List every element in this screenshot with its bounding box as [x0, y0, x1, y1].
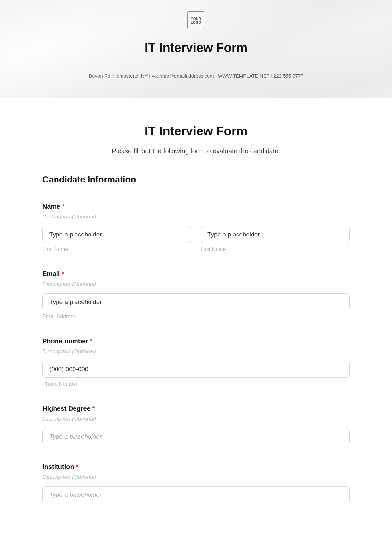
page-subtitle: Please fill out the following form to ev… [42, 148, 350, 155]
required-mark: * [62, 203, 65, 210]
email-label-text: Email [42, 270, 60, 277]
hero-banner: YOURLOGO IT Interview Form Devon Rd, Hem… [0, 0, 392, 98]
name-label-text: Name [42, 203, 60, 210]
institution-input[interactable] [42, 486, 350, 503]
degree-description: Description (Optional) [42, 416, 350, 422]
hero-contact-line: Devon Rd, Hempstead, NY | yourinfo@email… [89, 73, 303, 78]
first-name-sublabel: First Name [42, 246, 191, 252]
phone-sublabel: Phone Number [42, 381, 350, 387]
degree-label-text: Highest Degree [42, 405, 90, 412]
phone-label: Phone number * [42, 338, 350, 345]
required-mark: * [92, 405, 95, 412]
hero-title: IT Interview Form [145, 41, 248, 55]
required-mark: * [90, 338, 93, 345]
section-candidate-info: Candidate Information [42, 175, 350, 185]
email-description: Description (Optional) [42, 281, 350, 287]
logo-placeholder: YOURLOGO [187, 11, 205, 29]
institution-label: Institution * [42, 463, 350, 471]
required-mark: * [76, 463, 78, 470]
last-name-sublabel: Last Name [201, 246, 350, 252]
degree-label: Highest Degree * [42, 405, 350, 412]
degree-input[interactable] [42, 428, 350, 445]
form-content: IT Interview Form Please fill out the fo… [0, 98, 392, 516]
phone-label-text: Phone number [42, 338, 88, 345]
required-mark: * [62, 270, 64, 277]
last-name-input[interactable] [201, 226, 350, 243]
field-phone: Phone number * Description (Optional) Ph… [42, 338, 350, 387]
phone-description: Description (Optional) [42, 348, 350, 355]
page-title: IT Interview Form [42, 124, 350, 138]
institution-label-text: Institution [42, 463, 74, 470]
institution-description: Description (Optional) [42, 474, 350, 480]
field-email: Email * Description (Optional) Email Add… [42, 270, 350, 320]
field-degree: Highest Degree * Description (Optional) [42, 405, 350, 445]
first-name-input[interactable] [42, 226, 191, 243]
name-label: Name * [42, 203, 350, 210]
field-name: Name * Description (Optional) First Name… [42, 203, 350, 252]
name-description: Description (Optional) [42, 214, 350, 220]
email-sublabel: Email Address [42, 314, 350, 320]
email-input[interactable] [42, 293, 350, 310]
phone-input[interactable] [42, 361, 350, 378]
field-institution: Institution * Description (Optional) [42, 463, 350, 503]
email-label: Email * [42, 270, 350, 278]
